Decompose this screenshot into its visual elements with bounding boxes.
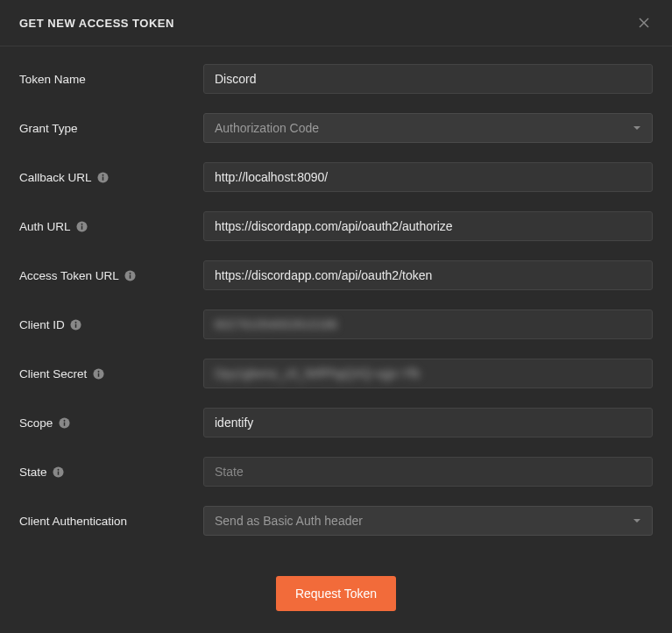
client-auth-label: Client Authentication	[19, 515, 127, 528]
row-access-token-url: Access Token URL	[19, 260, 653, 290]
caret-down-icon	[633, 124, 641, 132]
row-auth-url: Auth URL	[19, 211, 653, 241]
dialog-title: GET NEW ACCESS TOKEN	[19, 17, 174, 30]
svg-point-13	[75, 321, 77, 323]
access-token-url-label: Access Token URL	[19, 269, 119, 282]
close-button[interactable]	[635, 14, 653, 32]
label-wrap: Access Token URL	[19, 269, 203, 282]
auth-url-label: Auth URL	[19, 220, 71, 233]
svg-rect-18	[64, 422, 65, 425]
row-client-id: Client ID 602761054002610186	[19, 309, 653, 339]
client-secret-label: Client Secret	[19, 367, 87, 381]
svg-point-19	[63, 419, 65, 421]
field-wrap: Authorization Code	[203, 113, 653, 143]
info-icon[interactable]	[76, 220, 88, 232]
client-id-label: Client ID	[19, 318, 65, 331]
dialog-footer: Request Token	[0, 555, 672, 632]
scope-input[interactable]	[203, 408, 653, 437]
info-icon[interactable]	[92, 367, 104, 380]
field-wrap	[203, 64, 653, 94]
svg-rect-6	[81, 225, 82, 229]
info-icon[interactable]	[70, 318, 82, 331]
form-body: Token Name Grant Type Authorization Code	[0, 46, 672, 555]
client-auth-select[interactable]: Send as Basic Auth header	[203, 506, 653, 536]
grant-type-select[interactable]: Authorization Code	[203, 113, 653, 143]
svg-rect-9	[130, 274, 131, 278]
label-wrap: Token Name	[19, 73, 203, 86]
grant-type-label: Grant Type	[19, 122, 78, 135]
info-icon[interactable]	[124, 269, 137, 281]
close-icon	[637, 16, 651, 30]
label-wrap: Client ID	[19, 318, 203, 331]
field-wrap	[203, 457, 653, 487]
svg-rect-15	[98, 373, 99, 376]
label-wrap: Client Authentication	[19, 515, 203, 528]
dialog-header: GET NEW ACCESS TOKEN	[0, 0, 672, 46]
svg-rect-21	[58, 471, 59, 474]
row-grant-type: Grant Type Authorization Code	[19, 113, 653, 143]
request-token-button[interactable]: Request Token	[276, 576, 396, 611]
svg-point-4	[103, 174, 104, 175]
state-label: State	[19, 466, 47, 479]
field-wrap: Send as Basic Auth header	[203, 506, 653, 536]
row-client-auth: Client Authentication Send as Basic Auth…	[19, 506, 653, 536]
client-secret-input[interactable]: Dpy1glwmz_c5_lWfPhgQXQ-vgjx-Yfb	[203, 359, 653, 388]
label-wrap: Scope	[19, 416, 203, 430]
label-wrap: Client Secret	[19, 367, 203, 381]
label-wrap: Auth URL	[19, 220, 203, 233]
client-id-input[interactable]: 602761054002610186	[203, 309, 653, 339]
token-name-input[interactable]	[203, 64, 653, 94]
caret-down-icon	[633, 516, 641, 525]
field-wrap: 602761054002610186	[203, 309, 653, 339]
svg-point-16	[97, 370, 99, 372]
svg-rect-3	[103, 176, 103, 180]
access-token-dialog: GET NEW ACCESS TOKEN Token Name Grant Ty…	[0, 0, 672, 633]
label-wrap: State	[19, 466, 203, 479]
field-wrap	[203, 211, 653, 241]
field-wrap	[203, 162, 653, 192]
info-icon[interactable]	[58, 416, 70, 429]
row-client-secret: Client Secret Dpy1glwmz_c5_lWfPhgQXQ-vgj…	[19, 359, 653, 388]
svg-point-7	[81, 223, 83, 224]
label-wrap: Grant Type	[19, 122, 203, 135]
field-wrap: Dpy1glwmz_c5_lWfPhgQXQ-vgjx-Yfb	[203, 359, 653, 388]
row-scope: Scope	[19, 408, 653, 437]
info-icon[interactable]	[53, 466, 65, 478]
token-name-label: Token Name	[19, 73, 86, 86]
access-token-url-input[interactable]	[203, 260, 653, 290]
info-icon[interactable]	[97, 171, 110, 183]
svg-rect-12	[75, 324, 76, 327]
svg-point-22	[58, 468, 60, 470]
grant-type-value: Authorization Code	[215, 121, 319, 135]
svg-point-10	[130, 272, 131, 274]
label-wrap: Callback URL	[19, 171, 203, 184]
callback-url-label: Callback URL	[19, 171, 92, 184]
field-wrap	[203, 260, 653, 290]
field-wrap	[203, 408, 653, 437]
callback-url-input[interactable]	[203, 162, 653, 192]
scope-label: Scope	[19, 416, 53, 430]
auth-url-input[interactable]	[203, 211, 653, 241]
state-input[interactable]	[203, 457, 653, 487]
client-auth-value: Send as Basic Auth header	[215, 514, 363, 528]
row-callback-url: Callback URL	[19, 162, 653, 192]
row-state: State	[19, 457, 653, 487]
row-token-name: Token Name	[19, 64, 653, 94]
